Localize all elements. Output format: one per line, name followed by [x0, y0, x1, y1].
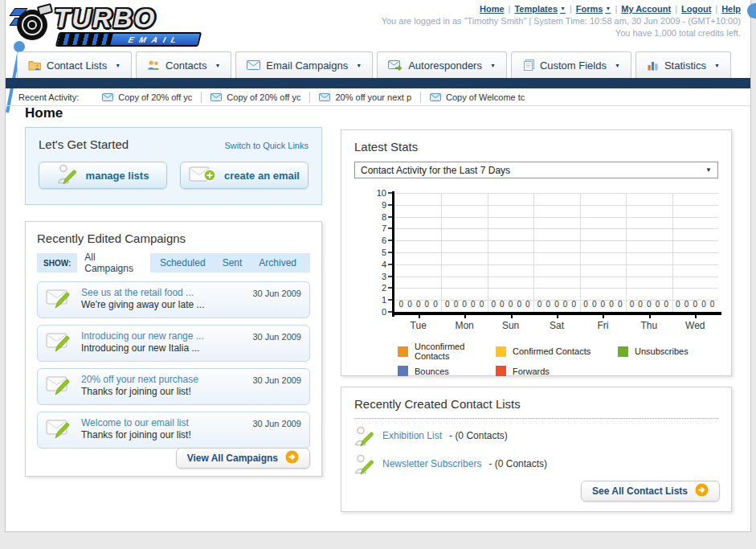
chevron-down-icon: ▼ [615, 63, 620, 68]
legend-item-bounces: Bounces [398, 366, 496, 376]
login-info: You are logged in as "Timothy Smith" | S… [382, 16, 741, 26]
contact-list-link[interactable]: Newsletter Subscribers [382, 458, 481, 469]
manage-lists-button[interactable]: manage lists [39, 162, 167, 189]
logo-banner: EMAIL [55, 32, 202, 47]
value-label: 0 [684, 300, 689, 309]
x-tick-mark [419, 315, 420, 318]
y-axis [392, 191, 394, 317]
mini-envelope-icon [430, 93, 441, 101]
chevron-down-icon: ▼ [560, 6, 566, 11]
see-all-contact-lists-button[interactable]: See All Contact Lists [581, 481, 720, 502]
campaign-tab-archived[interactable]: Archived [251, 256, 304, 270]
logo-subtitle: EMAIL [111, 35, 200, 44]
contact-list-items: Exhibition List- (0 Contacts)Newsletter … [354, 424, 718, 475]
get-started-panel: Let's Get Started Switch to Quick Links … [25, 127, 322, 205]
value-label: 0 [630, 300, 635, 309]
create-email-button[interactable]: create an email [180, 162, 309, 189]
manage-lists-label: manage lists [86, 170, 149, 182]
campaign-subtitle: We're giving away our late ... [81, 299, 244, 311]
legend-swatch [496, 366, 506, 376]
tab-label: Autoresponders [408, 59, 482, 72]
person-pencil-icon [354, 425, 375, 447]
value-label: 0 [537, 300, 542, 309]
campaign-title-link[interactable]: Introducing our new range ... [81, 330, 244, 342]
value-label: 0 [609, 300, 614, 309]
recent-activity-item[interactable]: Copy of 20% off yc [202, 92, 310, 103]
campaign-tab-sent[interactable]: Sent [215, 256, 250, 270]
campaign-tab-scheduled[interactable]: Scheduled [153, 256, 213, 270]
legend-item-unconfirmed-contacts: Unconfirmed Contacts [398, 342, 496, 361]
envelope-pencil-icon [46, 287, 73, 309]
tab-contact-lists[interactable]: Contact Lists▼ [17, 51, 132, 78]
stats-period-select[interactable]: Contact Activity for the Last 7 Days ▼ [354, 162, 718, 178]
switch-quick-links-link[interactable]: Switch to Quick Links [224, 141, 309, 150]
decorative-dot-icon [747, 3, 756, 18]
tab-email-campaigns[interactable]: Email Campaigns▼ [235, 51, 373, 78]
logo-title: TURBO [54, 3, 156, 34]
top-link-templates[interactable]: Templates▼ [514, 4, 566, 14]
x-tick-mark [695, 315, 697, 318]
y-tick-label: 6 [354, 236, 386, 245]
link-separator: | [570, 4, 572, 14]
credits-info: You have 1,000 total credits left. [382, 28, 741, 38]
column-divider [580, 193, 581, 312]
x-tick-mark [557, 315, 558, 318]
recent-activity-item-label: Copy of 20% off yc [227, 92, 300, 102]
campaign-subtitle: Thanks for joining our list! [81, 429, 244, 441]
value-label: 0 [480, 300, 484, 309]
bar-chart-icon [647, 59, 659, 71]
chevron-down-icon: ▼ [115, 63, 121, 68]
envelope-plus-icon [189, 166, 216, 186]
recent-activity-item[interactable]: Copy of 20% off yc [93, 92, 202, 103]
recent-activity-item[interactable]: Copy of Welcome tc [421, 92, 533, 103]
tab-autoresponders[interactable]: Autoresponders▼ [377, 51, 507, 78]
tab-label: Contact Lists [47, 59, 107, 72]
y-tick-label: 10 [354, 188, 386, 198]
column-divider [441, 193, 442, 312]
people-icon [147, 59, 160, 71]
envelope-pencil-icon [46, 374, 73, 396]
gridline [395, 193, 718, 194]
top-link-home[interactable]: Home [480, 4, 505, 14]
contact-list-link[interactable]: Exhibition List [382, 430, 442, 441]
value-label: 0 [416, 300, 421, 309]
top-link-forms[interactable]: Forms▼ [576, 4, 611, 14]
contact-lists-panel: Recently Created Contact Lists Exhibitio… [341, 387, 732, 512]
top-link-help[interactable]: Help [721, 4, 741, 14]
tab-statistics[interactable]: Statistics▼ [635, 51, 731, 78]
page-container: TURBO EMAIL Home|Templates▼|Forms▼|My Ac… [5, 0, 751, 532]
get-started-title: Let's Get Started [39, 137, 129, 151]
campaign-date: 30 Jun 2009 [252, 330, 301, 342]
gridline [395, 205, 718, 206]
folder-contact-icon [28, 59, 41, 71]
y-tick-label: 7 [354, 223, 386, 233]
value-label: 0 [592, 300, 597, 309]
y-tick-label: 1 [354, 295, 386, 305]
value-label: 0 [491, 300, 496, 309]
latest-stats-title: Latest Stats [354, 140, 718, 154]
app-logo[interactable]: TURBO EMAIL [12, 2, 213, 48]
view-all-campaigns-button[interactable]: View All Campaigns [176, 448, 310, 469]
contact-list-detail: - (0 Contacts) [449, 430, 508, 441]
campaign-tab-all-campaigns[interactable]: All Campaigns [77, 250, 150, 276]
contact-lists-title: Recently Created Contact Lists [354, 397, 718, 411]
campaign-title-link[interactable]: See us at the retail food ... [81, 287, 244, 299]
mini-envelope-icon [210, 93, 222, 101]
tab-contacts[interactable]: Contacts▼ [136, 51, 231, 78]
campaign-title-link[interactable]: Welcome to our email list [81, 417, 244, 429]
x-tick-label: Tue [395, 320, 441, 331]
recent-activity-item[interactable]: 20% off your next p [310, 92, 421, 103]
value-label: 0 [517, 300, 521, 309]
campaign-date: 30 Jun 2009 [252, 287, 301, 298]
top-link-my-account[interactable]: My Account [621, 4, 671, 14]
tab-custom-fields[interactable]: Custom Fields▼ [511, 51, 631, 78]
campaign-title-link[interactable]: 20% off your next purchase [81, 374, 244, 386]
legend-item-unsubscribes: Unsubscribes [618, 342, 718, 361]
x-tick-mark [603, 315, 604, 318]
value-label: 0 [618, 300, 623, 309]
x-tick-mark [464, 315, 466, 318]
legend-label: Unsubscribes [635, 346, 689, 356]
chevron-down-icon: ▼ [490, 63, 496, 68]
top-link-logout[interactable]: Logout [681, 4, 711, 14]
chevron-down-icon: ▼ [705, 166, 712, 174]
